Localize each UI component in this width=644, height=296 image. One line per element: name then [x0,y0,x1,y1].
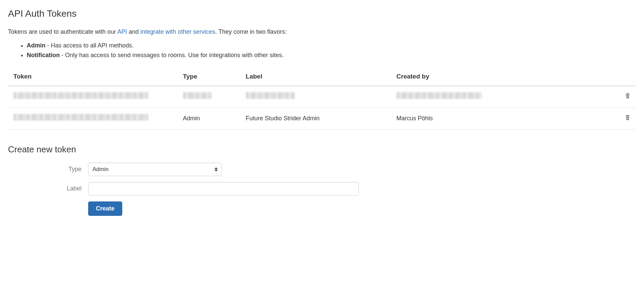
obscured-value [396,92,482,99]
flavor-name: Admin [27,42,45,49]
cell-label: Future Studio Strider Admin [240,108,391,129]
label-label: Label [8,184,88,193]
integrate-link[interactable]: integrate with other services [140,28,215,35]
flavor-desc: - Only has access to send messages to ro… [60,52,284,58]
cell-token [8,86,178,108]
table-row: Admin Future Studio Strider Admin Marcus… [8,108,636,129]
trash-icon[interactable] [625,92,631,102]
type-select[interactable]: Admin [88,163,222,176]
cell-token [8,108,178,129]
page-title: API Auth Tokens [8,7,636,21]
description-text: Tokens are used to authenticate with our [8,28,117,35]
header-type: Type [178,68,240,86]
flavor-name: Notification [27,52,60,58]
create-button[interactable]: Create [88,201,122,216]
obscured-value [246,92,295,99]
cell-created-by [391,86,592,108]
page-description: Tokens are used to authenticate with our… [8,27,636,36]
header-action [592,68,636,86]
tokens-table: Token Type Label Created by Admin Future… [8,68,636,130]
form-row-label: Label [8,182,636,195]
create-token-title: Create new token [8,143,636,156]
flavor-desc: - Has access to all API methods. [45,42,134,49]
cell-type [178,86,240,108]
header-label: Label [240,68,391,86]
obscured-value [13,92,148,99]
cell-created-by: Marcus Pöhls [391,108,592,129]
table-row [8,86,636,108]
label-input[interactable] [88,182,359,195]
description-text: and [127,28,140,35]
flavor-item-admin: Admin - Has access to all API methods. [27,41,636,50]
obscured-value [13,114,148,121]
flavor-item-notification: Notification - Only has access to send m… [27,51,636,60]
header-created-by: Created by [391,68,592,86]
trash-icon[interactable] [625,114,631,123]
header-token: Token [8,68,178,86]
cell-type: Admin [178,108,240,129]
flavor-list: Admin - Has access to all API methods. N… [8,41,636,60]
obscured-value [183,92,212,99]
type-label: Type [8,165,88,174]
form-row-type: Type Admin [8,163,636,176]
cell-label [240,86,391,108]
description-text: . They come in two flavors: [215,28,287,35]
api-link[interactable]: API [117,28,127,35]
